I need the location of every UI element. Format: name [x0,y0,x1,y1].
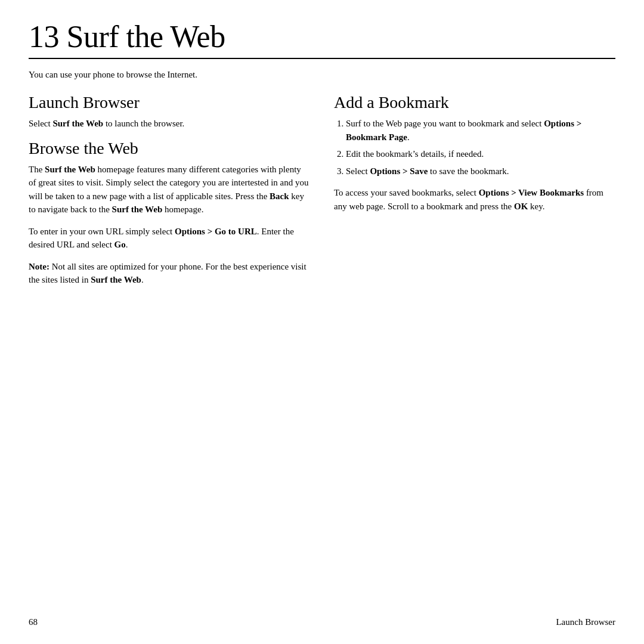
list-item: Surf to the Web page you want to bookmar… [346,117,615,144]
browse-web-para1: The Surf the Web homepage features many … [29,163,310,216]
back-bold: Back [270,191,289,201]
options-save-bold: Options > Save [370,166,428,176]
page-title: 13 Surf the Web [29,19,615,54]
note-bold: Note: [29,262,49,271]
browse-web-heading: Browse the Web [29,139,310,158]
browse-web-para2: To enter in your own URL simply select O… [29,225,310,252]
ok-bold: OK [514,202,528,211]
options-bookmark-bold: Options > Bookmark Page [346,119,581,142]
surf-web-bold-4: Surf the Web [91,275,141,284]
launch-browser-text: Select Surf the Web to launch the browse… [29,117,310,131]
list-item: Select Options > Save to save the bookma… [346,165,615,178]
content-columns: Launch Browser Select Surf the Web to la… [29,93,615,615]
options-go-url-bold: Options > Go to URL [175,227,257,236]
options-view-bookmarks-bold: Options > View Bookmarks [479,188,584,197]
add-bookmark-heading: Add a Bookmark [334,93,615,112]
list-item: Edit the bookmark’s details, if needed. [346,147,615,161]
right-column: Add a Bookmark Surf to the Web page you … [334,93,615,615]
left-column: Launch Browser Select Surf the Web to la… [29,93,310,615]
surf-web-bold-2: Surf the Web [45,165,95,174]
surf-web-bold-3: Surf the Web [112,205,163,214]
footer-section-label: Launch Browser [556,617,615,627]
page-number: 68 [29,617,38,627]
bookmark-footer-text: To access your saved bookmarks, select O… [334,186,615,213]
title-rule [29,58,615,59]
intro-text: You can use your phone to browse the Int… [29,70,615,80]
launch-browser-heading: Launch Browser [29,93,310,112]
page-container: 13 Surf the Web You can use your phone t… [0,0,644,644]
bookmark-list: Surf to the Web page you want to bookmar… [334,117,615,178]
go-bold: Go [114,240,126,249]
surf-web-bold-1: Surf the Web [52,119,103,128]
browse-web-para3: Note: Not all sites are optimized for yo… [29,260,310,287]
footer: 68 Launch Browser [29,611,615,627]
